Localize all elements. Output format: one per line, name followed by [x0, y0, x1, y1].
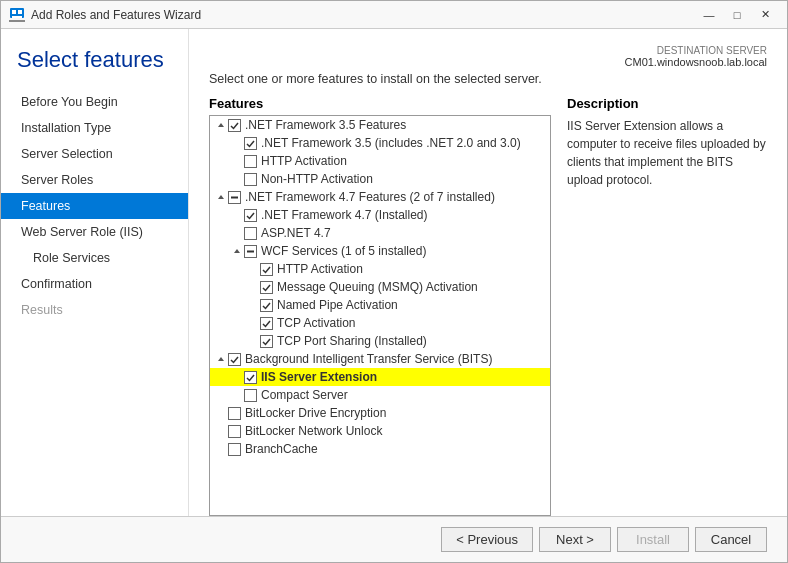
feature-checkbox[interactable] — [260, 335, 273, 348]
sidebar-item-before-you-begin[interactable]: Before You Begin — [1, 89, 188, 115]
tree-item[interactable]: Compact Server — [210, 386, 550, 404]
cancel-button[interactable]: Cancel — [695, 527, 767, 552]
tree-item[interactable]: .NET Framework 3.5 (includes .NET 2.0 an… — [210, 134, 550, 152]
feature-checkbox[interactable] — [228, 407, 241, 420]
install-button[interactable]: Install — [617, 527, 689, 552]
expand-icon — [214, 442, 228, 456]
tree-item[interactable]: Message Queuing (MSMQ) Activation — [210, 278, 550, 296]
description-label: Description — [567, 96, 767, 111]
expand-icon — [246, 262, 260, 276]
tree-item[interactable]: ASP.NET 4.7 — [210, 224, 550, 242]
app-icon — [9, 7, 25, 23]
dest-server-name: CM01.windowsnoob.lab.local — [209, 56, 767, 68]
expand-icon[interactable] — [214, 190, 228, 204]
svg-rect-7 — [231, 196, 238, 198]
close-button[interactable]: ✕ — [751, 4, 779, 26]
svg-rect-1 — [12, 10, 16, 14]
svg-marker-5 — [218, 123, 224, 127]
tree-item[interactable]: WCF Services (1 of 5 installed) — [210, 242, 550, 260]
minimize-button[interactable]: — — [695, 4, 723, 26]
expand-icon — [230, 388, 244, 402]
features-label: Features — [209, 96, 551, 111]
feature-checkbox[interactable] — [244, 371, 257, 384]
expand-icon — [230, 154, 244, 168]
feature-checkbox[interactable] — [228, 443, 241, 456]
tree-item[interactable]: .NET Framework 4.7 (Installed) — [210, 206, 550, 224]
feature-name: TCP Port Sharing (Installed) — [277, 334, 427, 348]
features-tree[interactable]: .NET Framework 3.5 Features.NET Framewor… — [209, 115, 551, 516]
sidebar-item-installation-type[interactable]: Installation Type — [1, 115, 188, 141]
svg-rect-3 — [12, 16, 22, 18]
svg-rect-2 — [18, 10, 22, 14]
feature-checkbox[interactable] — [228, 191, 241, 204]
expand-icon — [214, 406, 228, 420]
feature-checkbox[interactable] — [244, 227, 257, 240]
tree-item[interactable]: Background Intelligent Transfer Service … — [210, 350, 550, 368]
tree-item[interactable]: Named Pipe Activation — [210, 296, 550, 314]
tree-item[interactable]: HTTP Activation — [210, 152, 550, 170]
feature-checkbox[interactable] — [228, 425, 241, 438]
sidebar-item-web-server-role[interactable]: Web Server Role (IIS) — [1, 219, 188, 245]
feature-checkbox[interactable] — [244, 209, 257, 222]
feature-checkbox[interactable] — [260, 317, 273, 330]
tree-item[interactable]: BitLocker Network Unlock — [210, 422, 550, 440]
titlebar: Add Roles and Features Wizard — □ ✕ — [1, 1, 787, 29]
description-panel: Description IIS Server Extension allows … — [567, 96, 767, 516]
wizard-footer: < Previous Next > Install Cancel — [1, 516, 787, 562]
expand-icon — [214, 424, 228, 438]
feature-checkbox[interactable] — [244, 173, 257, 186]
tree-item[interactable]: Non-HTTP Activation — [210, 170, 550, 188]
feature-name: .NET Framework 3.5 Features — [245, 118, 406, 132]
page-title: Select features — [1, 39, 188, 89]
sidebar-item-features[interactable]: Features — [1, 193, 188, 219]
feature-checkbox[interactable] — [244, 155, 257, 168]
feature-name: BitLocker Drive Encryption — [245, 406, 386, 420]
expand-icon — [230, 226, 244, 240]
tree-item[interactable]: .NET Framework 3.5 Features — [210, 116, 550, 134]
expand-icon — [230, 208, 244, 222]
feature-name: ASP.NET 4.7 — [261, 226, 331, 240]
expand-icon[interactable] — [230, 244, 244, 258]
feature-name: HTTP Activation — [277, 262, 363, 276]
feature-name: BitLocker Network Unlock — [245, 424, 382, 438]
sidebar-item-role-services[interactable]: Role Services — [1, 245, 188, 271]
sidebar-item-confirmation[interactable]: Confirmation — [1, 271, 188, 297]
expand-icon[interactable] — [214, 352, 228, 366]
feature-checkbox[interactable] — [260, 299, 273, 312]
features-panel: Features .NET Framework 3.5 Features.NET… — [209, 96, 551, 516]
expand-icon — [230, 136, 244, 150]
description-text: IIS Server Extension allows a computer t… — [567, 117, 767, 189]
previous-button[interactable]: < Previous — [441, 527, 533, 552]
tree-item[interactable]: BitLocker Drive Encryption — [210, 404, 550, 422]
expand-icon — [246, 298, 260, 312]
feature-checkbox[interactable] — [228, 119, 241, 132]
feature-name: Named Pipe Activation — [277, 298, 398, 312]
maximize-button[interactable]: □ — [723, 4, 751, 26]
tree-item[interactable]: IIS Server Extension — [210, 368, 550, 386]
sidebar-item-server-roles[interactable]: Server Roles — [1, 167, 188, 193]
feature-name: WCF Services (1 of 5 installed) — [261, 244, 426, 258]
two-col-layout: Features .NET Framework 3.5 Features.NET… — [209, 96, 767, 516]
feature-checkbox[interactable] — [244, 389, 257, 402]
expand-icon[interactable] — [214, 118, 228, 132]
feature-checkbox[interactable] — [244, 137, 257, 150]
tree-item[interactable]: HTTP Activation — [210, 260, 550, 278]
feature-checkbox[interactable] — [260, 281, 273, 294]
tree-item[interactable]: TCP Activation — [210, 314, 550, 332]
tree-item[interactable]: BranchCache — [210, 440, 550, 458]
feature-checkbox[interactable] — [260, 263, 273, 276]
feature-name: Background Intelligent Transfer Service … — [245, 352, 492, 366]
feature-name: IIS Server Extension — [261, 370, 377, 384]
window-controls: — □ ✕ — [695, 4, 779, 26]
feature-checkbox[interactable] — [244, 245, 257, 258]
tree-item[interactable]: TCP Port Sharing (Installed) — [210, 332, 550, 350]
next-button[interactable]: Next > — [539, 527, 611, 552]
expand-icon — [230, 370, 244, 384]
feature-name: TCP Activation — [277, 316, 355, 330]
feature-checkbox[interactable] — [228, 353, 241, 366]
expand-icon — [246, 316, 260, 330]
tree-item[interactable]: .NET Framework 4.7 Features (2 of 7 inst… — [210, 188, 550, 206]
sidebar-item-server-selection[interactable]: Server Selection — [1, 141, 188, 167]
expand-icon — [246, 334, 260, 348]
main-content: Select features Before You BeginInstalla… — [1, 29, 787, 516]
